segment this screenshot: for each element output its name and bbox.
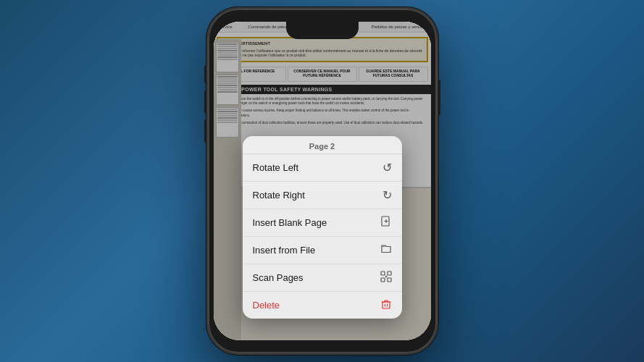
menu-item-rotate-right-label: Rotate Right	[253, 190, 305, 201]
insert-file-icon	[380, 243, 392, 257]
menu-item-insert-file[interactable]: Insert from File	[243, 237, 402, 264]
context-menu: Page 2 Rotate Left ↺ Rotate Right ↻	[243, 136, 402, 319]
menu-item-scan-pages[interactable]: Scan Pages	[243, 264, 402, 292]
svg-rect-9	[382, 302, 390, 308]
insert-blank-icon	[380, 216, 392, 230]
phone-device: Service Commande de pièces et dépannage …	[206, 7, 438, 355]
menu-item-rotate-right[interactable]: Rotate Right ↻	[243, 182, 402, 209]
menu-item-scan-pages-label: Scan Pages	[253, 272, 304, 283]
delete-icon	[380, 298, 392, 312]
menu-item-delete[interactable]: Delete	[243, 292, 402, 319]
context-menu-title: Page 2	[243, 136, 402, 154]
phone-screen: Service Commande de pièces et dépannage …	[214, 22, 431, 340]
svg-rect-5	[381, 278, 385, 282]
phone-frame: Service Commande de pièces et dépannage …	[206, 7, 438, 355]
menu-item-insert-file-label: Insert from File	[253, 245, 316, 256]
phone-notch	[286, 22, 359, 39]
menu-item-insert-blank[interactable]: Insert Blank Page	[243, 209, 402, 237]
svg-rect-6	[388, 278, 391, 282]
document-background: Service Commande de pièces et dépannage …	[214, 22, 431, 340]
menu-item-insert-blank-label: Insert Blank Page	[253, 217, 327, 228]
context-menu-overlay: Page 2 Rotate Left ↺ Rotate Right ↻	[214, 22, 431, 340]
menu-item-rotate-left-label: Rotate Left	[253, 162, 299, 173]
scan-pages-icon	[380, 271, 392, 285]
svg-rect-3	[381, 272, 385, 275]
svg-rect-4	[388, 272, 391, 275]
menu-item-rotate-left[interactable]: Rotate Left ↺	[243, 154, 402, 182]
menu-item-delete-label: Delete	[253, 300, 280, 311]
rotate-right-icon: ↻	[382, 188, 392, 202]
rotate-left-icon: ↺	[382, 161, 392, 174]
